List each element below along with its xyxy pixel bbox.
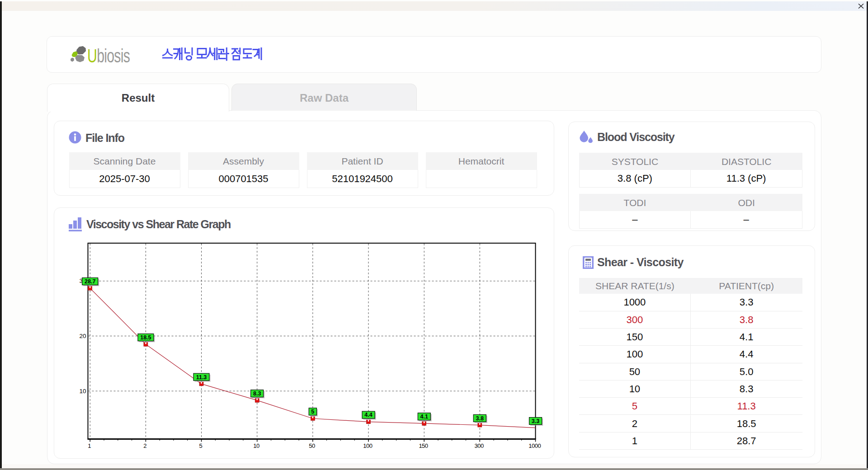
svg-text:8.3: 8.3	[253, 390, 261, 397]
svg-text:1: 1	[88, 442, 91, 449]
svg-text:4.4: 4.4	[364, 412, 372, 418]
svg-text:10: 10	[253, 442, 259, 449]
svg-text:3.8: 3.8	[476, 415, 484, 422]
svg-text:11.3: 11.3	[196, 374, 207, 381]
svg-text:300: 300	[474, 442, 483, 449]
svg-text:1000: 1000	[528, 442, 541, 449]
svg-text:20: 20	[79, 333, 86, 339]
svg-text:18.5: 18.5	[140, 334, 151, 341]
svg-text:10: 10	[79, 388, 86, 395]
svg-text:3.3: 3.3	[532, 418, 539, 424]
svg-text:100: 100	[363, 442, 372, 449]
svg-text:2: 2	[143, 442, 146, 449]
svg-text:4.1: 4.1	[420, 414, 428, 420]
svg-text:28.7: 28.7	[85, 278, 95, 285]
svg-text:5: 5	[311, 409, 314, 415]
svg-text:5: 5	[199, 442, 202, 449]
svg-text:150: 150	[419, 442, 428, 449]
svg-text:50: 50	[309, 442, 315, 449]
